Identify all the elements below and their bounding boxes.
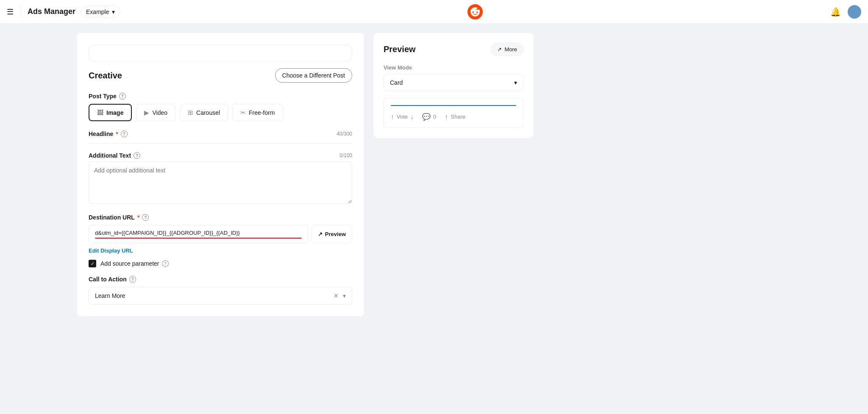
destination-url-help-icon[interactable]: ?: [142, 214, 149, 221]
preview-panel: Preview ↗ More View Mode Card ▾ ↑ Vote ↓…: [373, 32, 534, 139]
vote-label: Vote: [397, 114, 408, 120]
headline-counter: 40/300: [337, 131, 352, 137]
share-label: Share: [451, 114, 465, 120]
svg-point-2: [473, 11, 474, 13]
headline-required-star: *: [116, 131, 118, 137]
preview-panel-title: Preview: [384, 44, 416, 54]
card-actions-bar: ↑ Vote ↓ 💬 0 ↑ Share: [391, 113, 516, 121]
svg-point-7: [478, 9, 480, 11]
additional-text-input[interactable]: [89, 161, 352, 204]
freeform-icon: ✂: [240, 109, 246, 117]
notification-bell-icon[interactable]: 🔔: [830, 7, 841, 17]
svg-point-6: [470, 9, 473, 11]
preview-url-button[interactable]: ↗ Preview: [312, 225, 352, 243]
card-preview-top-line: [391, 105, 516, 106]
cta-clear-icon[interactable]: ✕: [334, 292, 339, 299]
post-type-image-button[interactable]: 🖼 Image: [89, 104, 132, 121]
card-preview-area: ↑ Vote ↓ 💬 0 ↑ Share: [384, 98, 523, 128]
carousel-icon: ⊞: [188, 109, 193, 117]
vote-action[interactable]: ↑ Vote ↓: [391, 113, 414, 121]
destination-url-label: Destination URL * ?: [89, 214, 352, 221]
svg-point-3: [476, 11, 478, 13]
additional-text-counter: 0/100: [339, 153, 352, 158]
nav-divider: [20, 6, 21, 18]
hamburger-icon[interactable]: ☰: [7, 7, 14, 17]
cta-dropdown[interactable]: Learn More ✕ ▾: [89, 287, 352, 305]
url-error-indicator: [95, 238, 302, 239]
scroll-hint-card: [89, 44, 352, 61]
headline-field-row: Headline * ? 40/300: [89, 131, 352, 137]
expand-icon: ↗: [497, 46, 502, 53]
comment-icon: 💬: [422, 113, 431, 121]
post-type-video-label: Video: [152, 109, 167, 116]
add-source-checkbox[interactable]: ✓: [89, 260, 96, 267]
downvote-icon: ↓: [410, 113, 414, 121]
image-icon: 🖼: [97, 109, 103, 116]
view-mode-dropdown[interactable]: Card ▾: [384, 74, 523, 91]
destination-url-required-star: *: [137, 214, 139, 221]
additional-text-help-icon[interactable]: ?: [134, 152, 140, 159]
post-type-selector: 🖼 Image ▶ Video ⊞ Carousel ✂ Free-form: [89, 104, 352, 121]
creative-panel-title: Creative: [89, 71, 122, 81]
view-mode-chevron-icon: ▾: [514, 79, 517, 86]
add-source-label: Add source parameter ?: [100, 260, 169, 267]
additional-text-label: Additional Text ?: [89, 152, 140, 159]
headline-label: Headline * ?: [89, 131, 128, 137]
cta-selected-value: Learn More: [95, 292, 125, 299]
additional-text-field-row: Additional Text ? 0/100: [89, 152, 352, 159]
post-type-carousel-label: Carousel: [196, 109, 220, 116]
top-navigation: ☰ Ads Manager Example ▾ 🔔: [0, 0, 868, 24]
headline-help-icon[interactable]: ?: [121, 131, 128, 137]
cta-select-controls: ✕ ▾: [334, 292, 346, 299]
checkbox-checkmark-icon: ✓: [91, 261, 95, 267]
destination-url-row: d&utm_id={{CAMPAIGN_ID}}_{{ADGROUP_ID}}_…: [89, 225, 352, 243]
headline-input-area: [89, 140, 352, 144]
share-icon: ↑: [445, 113, 448, 121]
main-content: Creative Choose a Different Post Post Ty…: [0, 24, 593, 325]
destination-url-value: d&utm_id={{CAMPAIGN_ID}}_{{ADGROUP_ID}}_…: [95, 230, 302, 236]
cta-help-icon[interactable]: ?: [129, 276, 136, 283]
destination-url-input[interactable]: d&utm_id={{CAMPAIGN_ID}}_{{ADGROUP_ID}}_…: [89, 225, 308, 243]
post-type-freeform-button[interactable]: ✂ Free-form: [232, 104, 283, 121]
external-link-icon: ↗: [318, 231, 323, 237]
reddit-logo: [467, 4, 483, 19]
more-label: More: [504, 46, 517, 53]
add-source-parameter-row: ✓ Add source parameter ?: [89, 260, 352, 267]
post-type-carousel-button[interactable]: ⊞ Carousel: [180, 104, 228, 121]
user-avatar[interactable]: [848, 5, 861, 19]
ads-manager-title: Ads Manager: [28, 7, 75, 16]
post-type-help-icon[interactable]: ?: [119, 93, 126, 100]
workspace-name: Example: [86, 8, 109, 15]
post-type-image-label: Image: [106, 109, 123, 116]
comment-count: 0: [433, 114, 436, 120]
video-icon: ▶: [144, 109, 149, 117]
post-type-freeform-label: Free-form: [249, 109, 275, 116]
cta-label: Call to Action ?: [89, 276, 352, 283]
add-source-help-icon[interactable]: ?: [162, 260, 169, 267]
post-type-label: Post Type ?: [89, 93, 352, 100]
preview-url-label: Preview: [325, 231, 346, 237]
creative-panel: Creative Choose a Different Post Post Ty…: [76, 32, 364, 317]
upvote-icon: ↑: [391, 113, 394, 121]
workspace-selector[interactable]: Example ▾: [81, 6, 120, 18]
more-button[interactable]: ↗ More: [491, 43, 523, 56]
comment-action[interactable]: 💬 0: [422, 113, 436, 121]
view-mode-label: View Mode: [384, 64, 523, 71]
preview-panel-header: Preview ↗ More: [384, 43, 523, 56]
post-type-video-button[interactable]: ▶ Video: [136, 104, 175, 121]
choose-different-post-button[interactable]: Choose a Different Post: [275, 68, 352, 83]
view-mode-value: Card: [390, 79, 403, 86]
cta-chevron-icon: ▾: [343, 292, 346, 299]
edit-display-url-link[interactable]: Edit Display URL: [89, 247, 133, 254]
creative-panel-header: Creative Choose a Different Post: [89, 68, 352, 83]
workspace-chevron-icon: ▾: [112, 8, 115, 15]
share-action[interactable]: ↑ Share: [445, 113, 465, 121]
